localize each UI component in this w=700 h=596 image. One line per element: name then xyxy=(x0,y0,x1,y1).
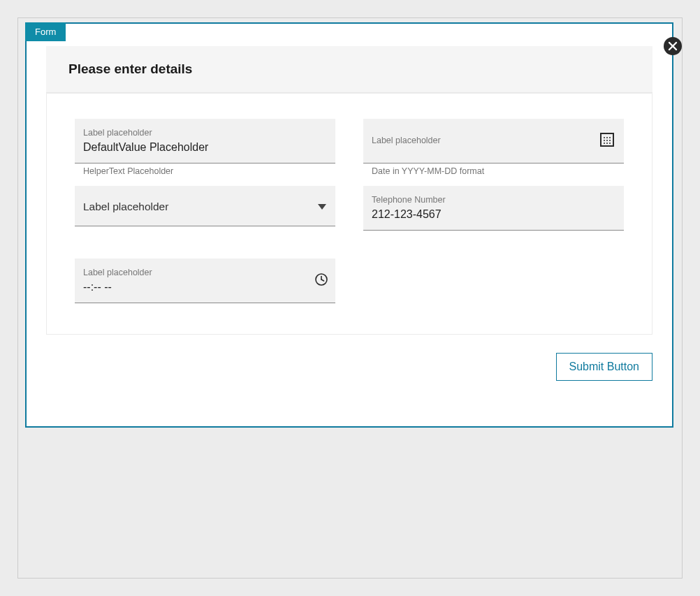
select-input[interactable]: Label placeholder xyxy=(75,186,335,226)
svg-point-10 xyxy=(604,143,605,144)
field-block-date: Label placeholder Da xyxy=(363,119,624,176)
date-input[interactable]: Label placeholder xyxy=(363,119,624,163)
empty-cell xyxy=(363,240,624,303)
clock-icon[interactable] xyxy=(314,272,328,289)
svg-point-5 xyxy=(606,137,608,138)
text-input-helper: HelperText Placeholder xyxy=(75,163,335,176)
svg-line-16 xyxy=(321,279,324,281)
form-tab[interactable]: Form xyxy=(25,22,66,41)
svg-point-7 xyxy=(604,140,605,141)
date-input-label: Label placeholder xyxy=(372,136,615,145)
close-button[interactable] xyxy=(663,36,683,56)
text-input-value: DefaultValue Placeholder xyxy=(83,140,327,155)
calendar-icon[interactable] xyxy=(599,131,615,151)
svg-point-6 xyxy=(609,137,611,138)
field-block-select: Label placeholder xyxy=(75,186,335,231)
time-input-label: Label placeholder xyxy=(83,268,327,277)
svg-point-11 xyxy=(606,143,608,144)
time-input-value: --:-- -- xyxy=(83,279,327,295)
form-panel: Form Please enter details xyxy=(25,22,673,428)
date-input-helper: Date in YYYY-MM-DD format xyxy=(363,163,624,176)
text-input-label: Label placeholder xyxy=(83,128,327,138)
submit-button-label: Submit Button xyxy=(569,361,640,372)
select-input-label: Label placeholder xyxy=(83,201,168,213)
form-header: Please enter details xyxy=(46,46,652,93)
svg-point-4 xyxy=(604,137,605,138)
svg-point-12 xyxy=(609,143,611,144)
svg-point-8 xyxy=(606,140,608,141)
form-title: Please enter details xyxy=(68,61,630,77)
svg-point-9 xyxy=(609,140,611,141)
field-block-time: Label placeholder --:-- -- xyxy=(75,259,335,303)
fields-card: Label placeholder DefaultValue Placehold… xyxy=(46,93,652,335)
chevron-down-icon xyxy=(317,201,327,213)
telephone-input-value: 212-123-4567 xyxy=(372,207,615,222)
fields-grid: Label placeholder DefaultValue Placehold… xyxy=(75,119,624,303)
button-row: Submit Button xyxy=(46,353,652,381)
text-input[interactable]: Label placeholder DefaultValue Placehold… xyxy=(75,119,335,163)
form-body: Please enter details Label placeholder D… xyxy=(27,24,672,396)
submit-button[interactable]: Submit Button xyxy=(556,353,653,381)
telephone-input[interactable]: Telephone Number 212-123-4567 xyxy=(363,186,624,231)
field-block-text: Label placeholder DefaultValue Placehold… xyxy=(75,119,335,176)
form-tab-label: Form xyxy=(35,27,56,37)
svg-marker-13 xyxy=(318,204,326,210)
page-background: Form Please enter details xyxy=(17,17,683,579)
time-input[interactable]: Label placeholder --:-- -- xyxy=(75,259,335,303)
close-icon xyxy=(663,46,683,58)
telephone-input-label: Telephone Number xyxy=(372,195,615,205)
field-block-tel: Telephone Number 212-123-4567 xyxy=(363,186,624,231)
